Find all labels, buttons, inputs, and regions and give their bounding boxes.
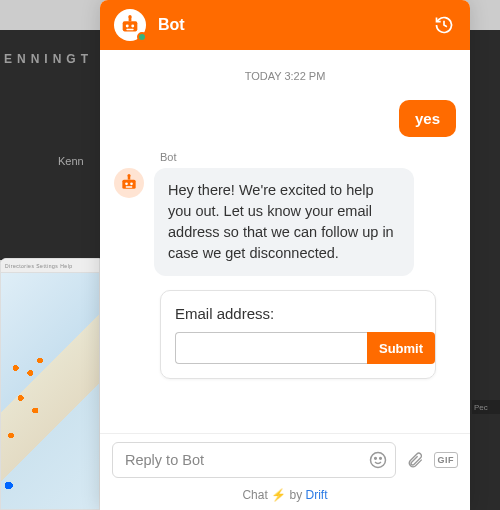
email-submit-button[interactable]: Submit xyxy=(367,332,435,364)
bolt-icon: ⚡ xyxy=(271,488,286,502)
background-toolbar: Directories Settings Help xyxy=(1,259,99,273)
paperclip-icon xyxy=(406,451,424,469)
composer: GIF xyxy=(100,433,470,482)
user-message: yes xyxy=(399,100,456,137)
reply-wrap xyxy=(112,442,396,478)
background-map-panel: Directories Settings Help xyxy=(0,258,100,510)
svg-rect-11 xyxy=(126,186,133,187)
bot-avatar-small xyxy=(114,168,144,198)
chat-title: Bot xyxy=(158,16,420,34)
svg-point-2 xyxy=(128,15,131,18)
message-row-user: yes xyxy=(114,100,456,137)
powered-brand-link[interactable]: Drift xyxy=(306,488,328,502)
svg-point-14 xyxy=(379,458,381,460)
attach-button[interactable] xyxy=(406,451,424,469)
svg-point-13 xyxy=(374,458,376,460)
background-letters: ENNINGT xyxy=(0,30,100,66)
history-button[interactable] xyxy=(432,13,456,37)
email-capture-card: Email address: Submit xyxy=(160,290,436,379)
bot-avatar xyxy=(114,9,146,41)
emoji-icon xyxy=(368,450,388,470)
email-row: Submit xyxy=(175,332,421,364)
background-map xyxy=(1,273,99,510)
presence-indicator xyxy=(137,32,147,42)
email-input[interactable] xyxy=(175,332,367,364)
svg-point-8 xyxy=(128,174,131,177)
conversation-timestamp: TODAY 3:22 PM xyxy=(114,70,456,82)
chat-header: Bot xyxy=(100,0,470,50)
bot-message: Hey there! We're excited to help you out… xyxy=(154,168,414,276)
gif-button[interactable]: GIF xyxy=(434,452,459,468)
history-icon xyxy=(434,15,454,35)
background-place-label: Kenn xyxy=(58,155,84,167)
emoji-button[interactable] xyxy=(368,450,388,470)
email-label: Email address: xyxy=(175,305,421,322)
gif-icon: GIF xyxy=(434,452,459,468)
robot-icon xyxy=(119,173,139,193)
chat-widget: Bot TODAY 3:22 PM yes Bot xyxy=(100,0,470,510)
powered-by: Chat ⚡ by Drift xyxy=(100,482,470,510)
message-row-bot: Hey there! We're excited to help you out… xyxy=(114,168,456,276)
svg-rect-5 xyxy=(126,29,133,30)
background-dark-right xyxy=(470,30,500,510)
background-peek-label: Pec xyxy=(472,400,500,414)
svg-point-4 xyxy=(131,24,134,27)
chat-body: TODAY 3:22 PM yes Bot Hey there! We're e… xyxy=(100,50,470,433)
powered-by-label: by xyxy=(290,488,303,502)
svg-point-9 xyxy=(125,183,128,186)
background-dark-panel: ENNINGT xyxy=(0,30,100,260)
powered-chat: Chat xyxy=(242,488,267,502)
sender-label: Bot xyxy=(160,151,456,163)
svg-point-10 xyxy=(130,183,133,186)
reply-input[interactable] xyxy=(112,442,396,478)
svg-point-3 xyxy=(126,24,129,27)
svg-point-12 xyxy=(370,453,385,468)
